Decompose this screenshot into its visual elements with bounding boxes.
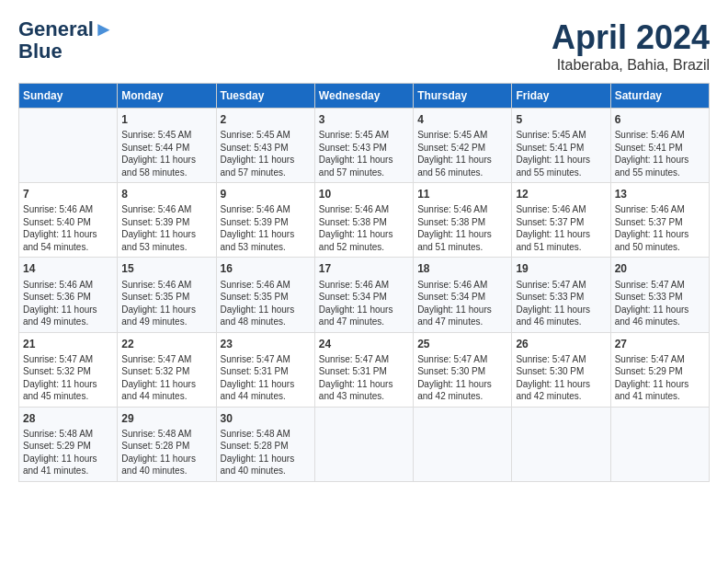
day-info: Sunrise: 5:46 AM Sunset: 5:38 PM Dayligh… [417, 203, 507, 253]
calendar-cell: 11Sunrise: 5:46 AM Sunset: 5:38 PM Dayli… [414, 183, 512, 258]
col-header-tuesday: Tuesday [216, 84, 314, 109]
calendar-week-3: 14Sunrise: 5:46 AM Sunset: 5:36 PM Dayli… [19, 258, 710, 332]
calendar-cell: 8Sunrise: 5:46 AM Sunset: 5:39 PM Daylig… [118, 183, 216, 258]
day-info: Sunrise: 5:48 AM Sunset: 5:28 PM Dayligh… [121, 428, 211, 477]
day-info: Sunrise: 5:45 AM Sunset: 5:41 PM Dayligh… [516, 129, 606, 178]
day-info: Sunrise: 5:47 AM Sunset: 5:33 PM Dayligh… [516, 279, 606, 328]
calendar-cell: 22Sunrise: 5:47 AM Sunset: 5:32 PM Dayli… [118, 332, 216, 407]
day-info: Sunrise: 5:46 AM Sunset: 5:35 PM Dayligh… [221, 279, 311, 328]
day-number: 16 [221, 261, 311, 276]
day-number: 19 [516, 261, 606, 276]
day-info: Sunrise: 5:46 AM Sunset: 5:41 PM Dayligh… [615, 129, 705, 178]
col-header-friday: Friday [512, 84, 610, 109]
calendar-cell: 20Sunrise: 5:47 AM Sunset: 5:33 PM Dayli… [610, 258, 709, 332]
calendar-cell: 1Sunrise: 5:45 AM Sunset: 5:44 PM Daylig… [118, 109, 216, 183]
col-header-thursday: Thursday [414, 84, 512, 109]
day-info: Sunrise: 5:46 AM Sunset: 5:36 PM Dayligh… [23, 279, 113, 328]
calendar-week-1: 1Sunrise: 5:45 AM Sunset: 5:44 PM Daylig… [19, 109, 710, 183]
day-info: Sunrise: 5:45 AM Sunset: 5:43 PM Dayligh… [319, 129, 409, 178]
day-number: 29 [121, 411, 211, 426]
calendar-cell: 7Sunrise: 5:46 AM Sunset: 5:40 PM Daylig… [19, 183, 118, 258]
calendar-cell: 2Sunrise: 5:45 AM Sunset: 5:43 PM Daylig… [216, 109, 314, 183]
day-number: 1 [121, 112, 211, 127]
day-number: 30 [221, 411, 311, 426]
calendar-cell: 27Sunrise: 5:47 AM Sunset: 5:29 PM Dayli… [610, 332, 709, 407]
day-number: 2 [221, 112, 311, 127]
calendar-cell: 6Sunrise: 5:46 AM Sunset: 5:41 PM Daylig… [610, 109, 709, 183]
calendar-cell: 16Sunrise: 5:46 AM Sunset: 5:35 PM Dayli… [216, 258, 314, 332]
day-number: 20 [615, 261, 705, 276]
day-info: Sunrise: 5:46 AM Sunset: 5:38 PM Dayligh… [319, 203, 409, 253]
day-number: 7 [23, 187, 113, 201]
calendar-cell: 28Sunrise: 5:48 AM Sunset: 5:29 PM Dayli… [19, 407, 118, 481]
day-number: 21 [23, 337, 113, 351]
day-number: 6 [615, 112, 705, 127]
calendar-cell: 24Sunrise: 5:47 AM Sunset: 5:31 PM Dayli… [314, 332, 413, 407]
calendar-cell: 17Sunrise: 5:46 AM Sunset: 5:34 PM Dayli… [314, 258, 413, 332]
calendar-cell [414, 407, 512, 481]
day-info: Sunrise: 5:46 AM Sunset: 5:34 PM Dayligh… [319, 279, 409, 328]
day-info: Sunrise: 5:47 AM Sunset: 5:32 PM Dayligh… [121, 353, 211, 403]
day-number: 22 [121, 337, 211, 351]
day-info: Sunrise: 5:48 AM Sunset: 5:29 PM Dayligh… [23, 428, 113, 477]
day-number: 14 [23, 261, 113, 276]
day-info: Sunrise: 5:46 AM Sunset: 5:39 PM Dayligh… [221, 203, 311, 253]
calendar-table: SundayMondayTuesdayWednesdayThursdayFrid… [18, 83, 710, 482]
calendar-cell: 19Sunrise: 5:47 AM Sunset: 5:33 PM Dayli… [512, 258, 610, 332]
calendar-cell: 3Sunrise: 5:45 AM Sunset: 5:43 PM Daylig… [314, 109, 413, 183]
calendar-cell: 12Sunrise: 5:46 AM Sunset: 5:37 PM Dayli… [512, 183, 610, 258]
day-number: 8 [121, 187, 211, 201]
day-info: Sunrise: 5:47 AM Sunset: 5:31 PM Dayligh… [319, 353, 409, 403]
day-number: 25 [417, 337, 507, 351]
day-info: Sunrise: 5:48 AM Sunset: 5:28 PM Dayligh… [221, 428, 311, 477]
calendar-cell [314, 407, 413, 481]
calendar-cell: 29Sunrise: 5:48 AM Sunset: 5:28 PM Dayli… [118, 407, 216, 481]
calendar-header-row: SundayMondayTuesdayWednesdayThursdayFrid… [19, 84, 710, 109]
day-info: Sunrise: 5:46 AM Sunset: 5:34 PM Dayligh… [417, 279, 507, 328]
day-number: 18 [417, 261, 507, 276]
day-number: 24 [319, 337, 409, 351]
calendar-cell [19, 109, 118, 183]
logo: General►Blue [18, 18, 114, 63]
day-number: 4 [417, 112, 507, 127]
day-number: 17 [319, 261, 409, 276]
calendar-cell: 9Sunrise: 5:46 AM Sunset: 5:39 PM Daylig… [216, 183, 314, 258]
logo-text: General►Blue [18, 18, 114, 63]
day-info: Sunrise: 5:45 AM Sunset: 5:42 PM Dayligh… [417, 129, 507, 178]
calendar-cell: 25Sunrise: 5:47 AM Sunset: 5:30 PM Dayli… [414, 332, 512, 407]
day-info: Sunrise: 5:47 AM Sunset: 5:30 PM Dayligh… [516, 353, 606, 403]
calendar-week-2: 7Sunrise: 5:46 AM Sunset: 5:40 PM Daylig… [19, 183, 710, 258]
day-info: Sunrise: 5:47 AM Sunset: 5:30 PM Dayligh… [417, 353, 507, 403]
calendar-cell: 21Sunrise: 5:47 AM Sunset: 5:32 PM Dayli… [19, 332, 118, 407]
day-number: 26 [516, 337, 606, 351]
calendar-cell: 26Sunrise: 5:47 AM Sunset: 5:30 PM Dayli… [512, 332, 610, 407]
day-number: 13 [615, 187, 705, 201]
title-block: April 2024 Itaberaba, Bahia, Brazil [552, 18, 710, 74]
day-number: 12 [516, 187, 606, 201]
day-info: Sunrise: 5:46 AM Sunset: 5:37 PM Dayligh… [615, 203, 705, 253]
col-header-sunday: Sunday [19, 84, 118, 109]
day-number: 10 [319, 187, 409, 201]
calendar-cell: 13Sunrise: 5:46 AM Sunset: 5:37 PM Dayli… [610, 183, 709, 258]
calendar-week-4: 21Sunrise: 5:47 AM Sunset: 5:32 PM Dayli… [19, 332, 710, 407]
calendar-cell: 14Sunrise: 5:46 AM Sunset: 5:36 PM Dayli… [19, 258, 118, 332]
day-number: 27 [615, 337, 705, 351]
month-title: April 2024 [552, 18, 710, 57]
day-number: 5 [516, 112, 606, 127]
calendar-cell: 15Sunrise: 5:46 AM Sunset: 5:35 PM Dayli… [118, 258, 216, 332]
day-number: 23 [221, 337, 311, 351]
day-info: Sunrise: 5:46 AM Sunset: 5:35 PM Dayligh… [121, 279, 211, 328]
day-info: Sunrise: 5:45 AM Sunset: 5:43 PM Dayligh… [221, 129, 311, 178]
col-header-monday: Monday [118, 84, 216, 109]
day-info: Sunrise: 5:47 AM Sunset: 5:33 PM Dayligh… [615, 279, 705, 328]
day-info: Sunrise: 5:46 AM Sunset: 5:40 PM Dayligh… [23, 203, 113, 253]
day-info: Sunrise: 5:46 AM Sunset: 5:37 PM Dayligh… [516, 203, 606, 253]
day-number: 15 [121, 261, 211, 276]
calendar-cell: 18Sunrise: 5:46 AM Sunset: 5:34 PM Dayli… [414, 258, 512, 332]
calendar-cell [610, 407, 709, 481]
day-info: Sunrise: 5:46 AM Sunset: 5:39 PM Dayligh… [121, 203, 211, 253]
col-header-saturday: Saturday [610, 84, 709, 109]
page-header: General►Blue April 2024 Itaberaba, Bahia… [18, 18, 710, 74]
day-number: 28 [23, 411, 113, 426]
day-info: Sunrise: 5:47 AM Sunset: 5:31 PM Dayligh… [221, 353, 311, 403]
